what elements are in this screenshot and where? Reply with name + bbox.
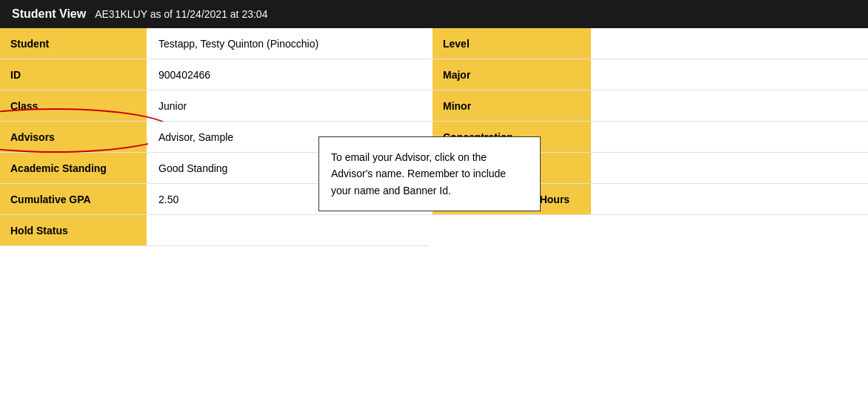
minor-value xyxy=(592,90,868,121)
student-row: Student Testapp, Testy Quinton (Pinocchi… xyxy=(0,28,430,59)
advisor-tooltip: To email your Advisor, click on the Advi… xyxy=(318,136,541,211)
level-value xyxy=(592,28,868,59)
level-label: Level xyxy=(430,28,592,59)
major-label: Major xyxy=(430,59,592,90)
student-value: Testapp, Testy Quinton (Pinocchio) xyxy=(148,28,430,59)
main-content: Student Testapp, Testy Quinton (Pinocchi… xyxy=(0,28,868,246)
left-panel: Student Testapp, Testy Quinton (Pinocchi… xyxy=(0,28,430,246)
hold-status-value xyxy=(148,215,430,245)
level-row: Level xyxy=(430,28,868,59)
academic-standing-label: Academic Standing xyxy=(0,153,148,183)
hold-status-label: Hold Status xyxy=(0,215,148,245)
hold-status-row: Hold Status xyxy=(0,215,430,246)
header-subtitle: AE31KLUY as of 11/24/2021 at 23:04 xyxy=(95,8,267,20)
major-row: Major xyxy=(430,59,868,90)
minor-row: Minor xyxy=(430,90,868,122)
app-title: Student View xyxy=(12,7,86,21)
header-bar: Student View AE31KLUY as of 11/24/2021 a… xyxy=(0,0,868,28)
major-value xyxy=(592,59,868,90)
cumulative-gpa-label: Cumulative GPA xyxy=(0,184,148,214)
concentration-value xyxy=(592,122,868,152)
minor-label: Minor xyxy=(430,90,592,121)
id-label: ID xyxy=(0,59,148,90)
cumulative-earned-hours-value xyxy=(592,184,868,214)
class-value: Junior xyxy=(148,90,430,121)
advisors-label: Advisors xyxy=(0,122,148,152)
id-value: 900402466 xyxy=(148,59,430,90)
admit-to-college-value xyxy=(592,153,868,183)
student-label: Student xyxy=(0,28,148,59)
id-row: ID 900402466 xyxy=(0,59,430,90)
class-row: Class Junior xyxy=(0,90,430,122)
advisor-link[interactable]: Advisor, Sample xyxy=(158,131,233,143)
advisors-row: Advisors Advisor, Sample To email your A… xyxy=(0,122,430,153)
class-label: Class xyxy=(0,90,148,121)
